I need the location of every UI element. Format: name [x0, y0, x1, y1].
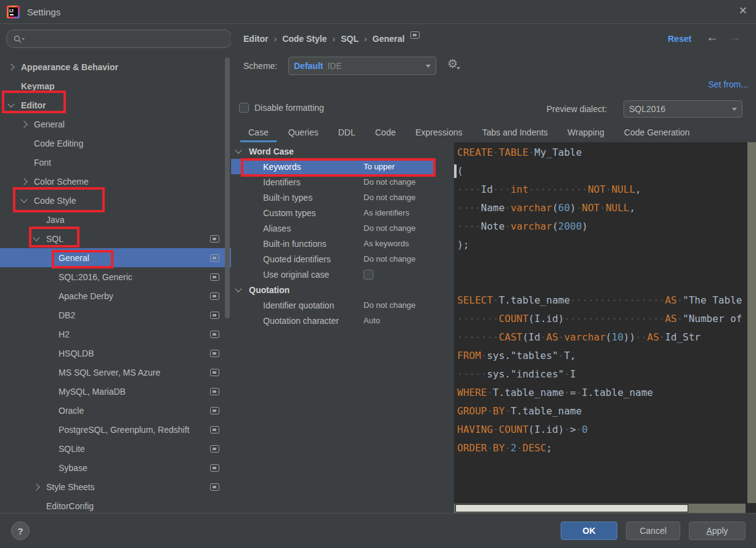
option-row-quoted-identifiers[interactable]: Quoted identifiersDo not change	[231, 251, 434, 267]
breadcrumb-item-code-style[interactable]: Code Style	[282, 34, 327, 44]
chevron-right-icon[interactable]	[7, 63, 14, 70]
gear-icon[interactable]: ⚙	[447, 58, 460, 70]
apply-button[interactable]: Apply	[689, 522, 746, 540]
option-label: Aliases	[263, 224, 291, 233]
option-value[interactable]: Auto	[364, 316, 380, 325]
ok-button[interactable]: OK	[561, 522, 617, 540]
option-row-built-in-types[interactable]: Built-in typesDo not change	[231, 190, 434, 205]
sidebar-item-style-sheets[interactable]: Style Sheets	[0, 477, 231, 496]
breadcrumb-item-sql[interactable]: SQL	[341, 34, 359, 44]
section-quotation[interactable]: Quotation	[231, 282, 454, 297]
tab-expressions[interactable]: Expressions	[407, 123, 470, 142]
tab-code-generation[interactable]: Code Generation	[616, 123, 698, 142]
sidebar-scrollbar[interactable]	[225, 57, 230, 318]
sidebar-item-editorconfig[interactable]: EditorConfig	[0, 496, 231, 513]
sidebar-item-hsqldb[interactable]: HSQLDB	[0, 344, 231, 363]
monitor-icon	[210, 350, 219, 357]
tab-code[interactable]: Code	[367, 123, 404, 142]
chevron-down-icon[interactable]	[235, 147, 242, 153]
option-checkbox[interactable]	[364, 270, 373, 280]
sidebar-item-h2[interactable]: H2	[0, 324, 231, 344]
search-input[interactable]	[6, 30, 231, 48]
back-arrow-icon[interactable]: ←	[706, 30, 718, 44]
sidebar-item-code-style[interactable]: Code Style	[0, 191, 231, 210]
option-row-quotation-character[interactable]: Quotation characterAuto	[231, 313, 434, 328]
preview-dialect-select[interactable]: SQL2016	[624, 100, 742, 118]
chevron-right-icon[interactable]	[20, 121, 27, 127]
monitor-icon	[210, 235, 219, 243]
option-value[interactable]: To upper	[364, 162, 395, 171]
sidebar-item-sql[interactable]: SQL	[0, 229, 231, 248]
option-value[interactable]: Do not change	[364, 224, 416, 233]
chevron-down-icon[interactable]	[20, 196, 27, 203]
option-row-identifier-quotation[interactable]: Identifier quotationDo not change	[231, 297, 434, 313]
cancel-button[interactable]: Cancel	[626, 522, 680, 540]
reset-link[interactable]: Reset	[668, 34, 691, 44]
sidebar-item-oracle[interactable]: Oracle	[0, 401, 231, 420]
sidebar-item-appearance-behavior[interactable]: Appearance & Behavior	[0, 57, 231, 76]
option-value[interactable]: As keywords	[364, 239, 409, 248]
chevron-down-icon[interactable]	[33, 234, 39, 241]
code-line: GROUP·BY·T.table_name	[457, 402, 746, 421]
sidebar-item-apache-derby[interactable]: Apache Derby	[0, 286, 231, 305]
option-value[interactable]: Do not change	[364, 177, 416, 187]
sidebar-item-postgresql-greenplum-redshift[interactable]: PostgreSQL, Greenplum, Redshift	[0, 420, 231, 439]
chevron-down-icon[interactable]	[7, 100, 14, 107]
option-value[interactable]: Do not change	[364, 254, 416, 264]
style-tabs: CaseQueriesDDLCodeExpressionsTabs and In…	[231, 123, 756, 142]
sidebar-item-general[interactable]: General	[0, 115, 231, 134]
code-line: ·······COUNT(I.id)·················AS·"N…	[457, 310, 746, 328]
tab-case[interactable]: Case	[240, 123, 277, 142]
sidebar-item-sqlite[interactable]: SQLite	[0, 439, 231, 458]
tab-queries[interactable]: Queries	[280, 123, 327, 142]
sidebar-item-color-scheme[interactable]: Color Scheme	[0, 172, 231, 191]
main-panel: Editor›Code Style›SQL›General Reset ← → …	[231, 23, 756, 513]
chevron-down-icon[interactable]	[235, 285, 242, 292]
breadcrumb-item-general[interactable]: General	[373, 34, 405, 44]
editor-horizontal-scrollbar[interactable]	[454, 504, 746, 513]
sidebar-item-font[interactable]: Font	[0, 153, 231, 172]
tab-tabs-and-indents[interactable]: Tabs and Indents	[474, 123, 556, 142]
option-row-aliases[interactable]: AliasesDo not change	[231, 220, 434, 236]
close-icon[interactable]: ✕	[739, 4, 747, 17]
sidebar-item-keymap[interactable]: Keymap	[0, 76, 231, 95]
chevron-right-icon[interactable]	[33, 483, 39, 490]
editor-vertical-scrollbar[interactable]	[747, 142, 756, 503]
code-line: ORDER·BY·2·DESC;	[457, 439, 746, 457]
set-from-link[interactable]: Set from...	[708, 79, 748, 89]
sidebar-item-code-editing[interactable]: Code Editing	[0, 134, 231, 153]
sidebar-item-editor[interactable]: Editor	[0, 95, 231, 115]
monitor-icon	[210, 388, 219, 395]
sidebar-item-general[interactable]: General	[0, 248, 231, 267]
sidebar-item-ms-sql-server-ms-azure[interactable]: MS SQL Server, MS Azure	[0, 363, 231, 382]
option-row-custom-types[interactable]: Custom typesAs identifiers	[231, 205, 434, 220]
search-icon	[14, 35, 25, 43]
option-value[interactable]: Do not change	[364, 193, 416, 202]
option-row-keywords[interactable]: KeywordsTo upper	[231, 159, 434, 174]
scheme-value: Default	[294, 61, 323, 71]
sidebar-item-sybase[interactable]: Sybase	[0, 458, 231, 477]
monitor-icon	[210, 445, 219, 453]
tab-ddl[interactable]: DDL	[330, 123, 364, 142]
tab-wrapping[interactable]: Wrapping	[559, 123, 612, 142]
sidebar-item-db2[interactable]: DB2	[0, 305, 231, 324]
option-row-identifiers[interactable]: IdentifiersDo not change	[231, 174, 434, 190]
option-value[interactable]: As identifiers	[364, 208, 409, 217]
scheme-select[interactable]: Default IDE	[288, 57, 436, 75]
help-icon[interactable]: ?	[11, 522, 30, 540]
option-label: Identifier quotation	[263, 300, 334, 310]
option-row-use-original-case[interactable]: Use original case	[231, 267, 434, 282]
horizontal-scrollbar-thumb[interactable]	[455, 504, 688, 512]
option-value[interactable]: Do not change	[364, 300, 416, 310]
monitor-icon	[210, 426, 219, 433]
chevron-right-icon[interactable]	[20, 178, 27, 185]
sidebar-item-label: MS SQL Server, MS Azure	[59, 368, 160, 377]
section-word-case[interactable]: Word Case	[231, 143, 454, 159]
sidebar-item-sql-2016-generic[interactable]: SQL:2016, Generic	[0, 267, 231, 286]
sidebar-item-java[interactable]: Java	[0, 210, 231, 229]
sidebar-item-mysql-mariadb[interactable]: MySQL, MariaDB	[0, 382, 231, 401]
breadcrumb-item-editor[interactable]: Editor	[243, 34, 268, 44]
disable-formatting-checkbox[interactable]	[239, 103, 249, 113]
option-row-built-in-functions[interactable]: Built-in functionsAs keywords	[231, 236, 434, 251]
option-label: Quotation character	[263, 316, 339, 326]
